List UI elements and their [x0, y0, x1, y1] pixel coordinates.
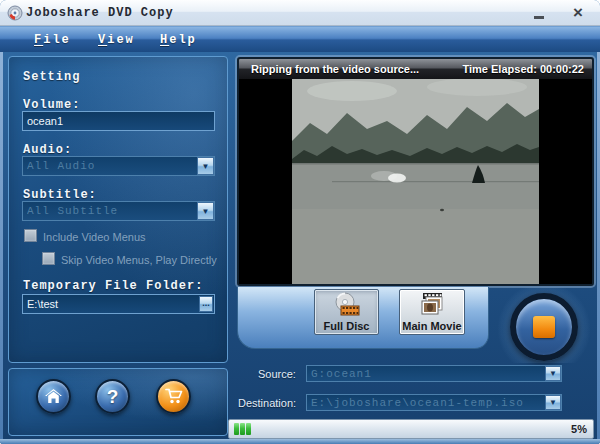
- include-menus-label: Include Video Menus: [43, 231, 146, 243]
- question-mark-icon: ?: [107, 386, 119, 408]
- subtitle-combo-arrow-button[interactable]: ▼: [197, 202, 214, 220]
- video-scene: [292, 79, 539, 286]
- minimize-button[interactable]: [528, 3, 550, 23]
- help-button[interactable]: ?: [95, 379, 130, 414]
- film-icon: [418, 291, 446, 319]
- subtitle-combobox[interactable]: All Subtitle ▼: [22, 201, 215, 221]
- close-button[interactable]: ×: [566, 2, 590, 24]
- settings-heading: Setting: [23, 70, 80, 84]
- progress-segment: [240, 423, 245, 435]
- home-button[interactable]: [36, 379, 71, 414]
- audio-combo-arrow-button[interactable]: ▼: [197, 157, 214, 175]
- menu-bar: File View Help: [0, 26, 600, 52]
- progress-segment: [246, 423, 251, 435]
- time-elapsed-label: Time Elapsed:: [463, 63, 537, 75]
- window-title: Joboshare DVD Copy: [26, 6, 174, 20]
- include-menus-checkbox[interactable]: [24, 229, 37, 242]
- preview-panel: Ripping from the video source... Time El…: [237, 57, 594, 286]
- time-elapsed: Time Elapsed: 00:00:22: [463, 63, 585, 75]
- temp-folder-input[interactable]: [22, 294, 215, 314]
- chevron-down-icon: ▼: [202, 207, 210, 216]
- temp-folder-label: Temporary File Folder:: [23, 279, 203, 293]
- menu-item-file[interactable]: File: [34, 33, 71, 47]
- ellipsis-icon: ...: [202, 298, 210, 308]
- cart-icon: [165, 388, 183, 405]
- full-disc-label: Full Disc: [324, 320, 370, 332]
- progress-percent: 5%: [571, 423, 587, 435]
- app-window: Joboshare DVD Copy × File View Help Sett…: [0, 0, 600, 444]
- destination-combo-arrow-button[interactable]: ▼: [545, 395, 561, 410]
- preview-status-text: Ripping from the video source...: [251, 63, 419, 75]
- audio-label: Audio:: [23, 143, 72, 157]
- window-bottom-edge: [0, 439, 600, 444]
- audio-combo-value: All Audio: [27, 160, 95, 172]
- source-value: G:ocean1: [311, 368, 372, 380]
- app-icon: [7, 5, 23, 21]
- full-disc-button[interactable]: Full Disc: [314, 289, 379, 335]
- audio-combobox[interactable]: All Audio ▼: [22, 156, 215, 176]
- close-icon: ×: [573, 3, 583, 22]
- destination-value: E:\joboshare\ocean1-temp.iso: [311, 397, 524, 409]
- main-movie-label: Main Movie: [402, 320, 461, 332]
- volume-label: Volume:: [23, 98, 80, 112]
- progress-bar: 5%: [228, 419, 594, 439]
- disc-icon: [332, 291, 362, 319]
- menu-item-help[interactable]: Help: [160, 33, 197, 47]
- source-combo-arrow-button[interactable]: ▼: [545, 366, 561, 381]
- time-elapsed-value: 00:00:22: [540, 63, 584, 75]
- stop-icon: [533, 316, 555, 338]
- chevron-down-icon: ▼: [549, 369, 557, 378]
- destination-label: Destination:: [238, 397, 296, 409]
- browse-button[interactable]: ...: [199, 296, 213, 312]
- buy-button[interactable]: [156, 379, 191, 414]
- progress-segment: [234, 423, 239, 435]
- home-icon: [45, 389, 62, 404]
- stop-button[interactable]: [510, 293, 578, 361]
- skip-menus-label: Skip Video Menus, Play Directly: [61, 254, 217, 266]
- preview-header: Ripping from the video source... Time El…: [239, 59, 592, 79]
- source-label: Source:: [258, 368, 296, 380]
- menu-item-view[interactable]: View: [98, 33, 135, 47]
- main-movie-button[interactable]: Main Movie: [399, 289, 465, 335]
- video-area: [239, 79, 592, 286]
- title-bar[interactable]: Joboshare DVD Copy ×: [0, 0, 600, 26]
- subtitle-combo-value: All Subtitle: [27, 205, 118, 217]
- destination-combobox[interactable]: E:\joboshare\ocean1-temp.iso ▼: [306, 394, 562, 411]
- chevron-down-icon: ▼: [549, 398, 557, 407]
- skip-menus-checkbox[interactable]: [42, 252, 55, 265]
- chevron-down-icon: ▼: [202, 162, 210, 171]
- minimize-icon: [534, 16, 544, 19]
- source-combobox[interactable]: G:ocean1 ▼: [306, 365, 562, 382]
- volume-input[interactable]: [22, 111, 215, 131]
- subtitle-label: Subtitle:: [23, 188, 97, 202]
- window-left-edge: [0, 52, 3, 444]
